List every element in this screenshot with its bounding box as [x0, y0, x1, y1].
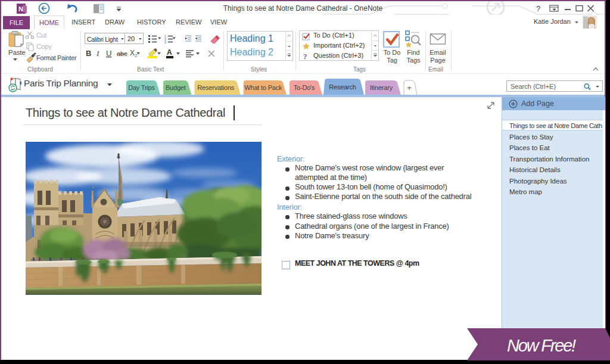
svg-text:+: + [407, 83, 411, 92]
svg-text:Paste: Paste [8, 49, 25, 56]
svg-text:Itinerary: Itinerary [370, 84, 393, 91]
svg-text:?: ? [536, 4, 540, 13]
svg-text:3: 3 [164, 41, 166, 43]
svg-text:Now Free!: Now Free! [507, 336, 576, 355]
svg-text:Day Trips: Day Trips [128, 84, 155, 91]
svg-text:?: ? [303, 52, 307, 60]
svg-text:Budget: Budget [166, 84, 186, 91]
svg-text:Copy: Copy [36, 43, 52, 50]
svg-text:Format Painter: Format Painter [36, 54, 77, 61]
svg-text:A: A [167, 48, 172, 57]
svg-text:I: I [96, 49, 99, 58]
svg-text:To-Do's: To-Do's [294, 84, 315, 91]
svg-text:Research: Research [329, 83, 356, 91]
svg-text:U: U [106, 49, 111, 58]
svg-text:abc: abc [117, 50, 127, 57]
svg-text:N: N [18, 5, 23, 13]
svg-text:X: X [130, 49, 135, 57]
svg-text:What to Pack: What to Pack [244, 84, 282, 91]
svg-text:Reservations: Reservations [197, 84, 234, 91]
svg-text:2: 2 [135, 53, 138, 58]
svg-text:Cut: Cut [36, 32, 47, 39]
svg-text:B: B [86, 49, 91, 58]
